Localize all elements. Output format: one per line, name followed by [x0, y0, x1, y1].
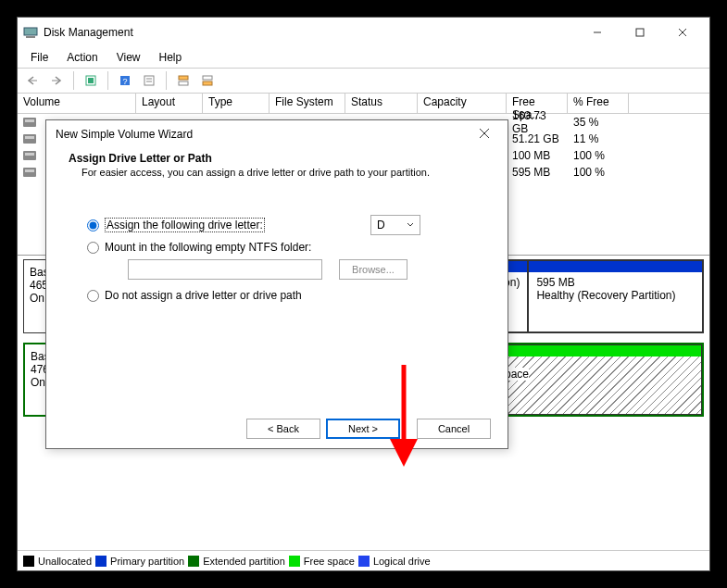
- dialog-footer: < Back Next > Cancel: [46, 409, 508, 448]
- svg-rect-1: [26, 36, 35, 38]
- svg-rect-17: [203, 76, 212, 80]
- dialog-subtext: For easier access, you can assign a driv…: [69, 167, 485, 178]
- cell-free: 100 MB: [507, 149, 568, 162]
- nav-back-icon[interactable]: [21, 70, 44, 91]
- cell-free: 51.21 GB: [507, 132, 568, 145]
- col-capacity[interactable]: Capacity: [418, 94, 507, 113]
- legend-label: Unallocated: [38, 556, 92, 567]
- option-label: Do not assign a drive letter or drive pa…: [105, 289, 302, 302]
- col-filesystem[interactable]: File System: [269, 94, 345, 113]
- refresh-icon[interactable]: [80, 70, 102, 91]
- option-no-assign[interactable]: Do not assign a drive letter or drive pa…: [87, 289, 485, 302]
- col-type[interactable]: Type: [203, 94, 269, 113]
- minimize-button[interactable]: [576, 19, 619, 45]
- cell-free: 163.73 GB: [507, 109, 568, 135]
- legend-label: Logical drive: [373, 556, 431, 567]
- browse-button[interactable]: Browse...: [339, 259, 407, 280]
- swatch-logical: [358, 556, 370, 567]
- menu-view[interactable]: View: [109, 49, 148, 66]
- disk-management-window: Disk Management File Action View Help ? …: [17, 17, 710, 571]
- col-volume[interactable]: Volume: [18, 94, 136, 113]
- volume-icon: [23, 168, 36, 177]
- titlebar: Disk Management: [18, 18, 709, 47]
- chevron-down-icon: [407, 222, 414, 228]
- dialog-heading: Assign Drive Letter or Path: [69, 152, 485, 165]
- radio-no-assign[interactable]: [87, 290, 99, 302]
- swatch-unallocated: [23, 556, 34, 567]
- maximize-button[interactable]: [619, 19, 661, 45]
- svg-rect-15: [179, 76, 188, 80]
- close-button[interactable]: [661, 19, 704, 45]
- menu-action[interactable]: Action: [59, 49, 105, 66]
- cell-pct: 100 %: [568, 166, 629, 179]
- help-icon[interactable]: ?: [114, 70, 136, 91]
- cell-pct: 35 %: [568, 116, 629, 129]
- view-bottom-icon[interactable]: [196, 70, 219, 91]
- swatch-free: [289, 556, 300, 567]
- app-icon: [23, 25, 38, 40]
- nav-forward-icon[interactable]: [45, 70, 68, 91]
- svg-rect-18: [203, 81, 212, 85]
- menu-file[interactable]: File: [23, 49, 56, 66]
- menu-bar: File Action View Help: [18, 47, 709, 68]
- option-label: Mount in the following empty NTFS folder…: [105, 241, 311, 254]
- svg-rect-16: [179, 81, 188, 85]
- volume-icon: [23, 151, 36, 160]
- dialog-close-button[interactable]: [470, 128, 498, 142]
- radio-assign-letter[interactable]: [87, 219, 99, 231]
- volume-table-header: Volume Layout Type File System Status Ca…: [18, 94, 709, 114]
- drive-letter-value: D: [377, 219, 385, 231]
- svg-rect-0: [24, 28, 37, 35]
- col-pct[interactable]: % Free: [568, 94, 629, 113]
- swatch-extended: [188, 556, 199, 567]
- legend-label: Primary partition: [110, 556, 184, 567]
- svg-rect-12: [144, 76, 154, 85]
- cell-pct: 11 %: [568, 132, 629, 145]
- col-status[interactable]: Status: [345, 94, 418, 113]
- back-button[interactable]: < Back: [246, 419, 320, 439]
- folder-path-input[interactable]: [128, 259, 322, 280]
- option-label: Assign the following drive letter:: [105, 218, 265, 232]
- option-assign-letter[interactable]: Assign the following drive letter: D: [87, 215, 485, 235]
- svg-text:?: ?: [122, 77, 127, 86]
- svg-rect-9: [88, 78, 94, 83]
- cell-pct: 100 %: [568, 149, 629, 162]
- menu-help[interactable]: Help: [152, 49, 190, 66]
- volume-icon: [23, 134, 36, 144]
- svg-rect-3: [636, 29, 644, 36]
- dialog-title: New Simple Volume Wizard: [56, 128, 193, 141]
- next-button[interactable]: Next >: [326, 419, 400, 439]
- view-top-icon[interactable]: [172, 70, 194, 91]
- legend-label: Extended partition: [203, 556, 285, 567]
- volume-icon: [23, 118, 36, 127]
- cancel-button[interactable]: Cancel: [417, 419, 491, 439]
- legend-label: Free space: [304, 556, 355, 567]
- toolbar: ?: [18, 68, 709, 94]
- cell-free: 595 MB: [507, 166, 568, 179]
- partition-status: Healthy (Recovery Partition): [536, 289, 695, 302]
- partition-size: 595 MB: [536, 276, 695, 289]
- partition[interactable]: 595 MB Healthy (Recovery Partition): [528, 260, 703, 332]
- dialog-titlebar: New Simple Volume Wizard: [46, 120, 508, 148]
- radio-mount-folder[interactable]: [87, 242, 99, 254]
- properties-icon[interactable]: [138, 70, 160, 91]
- new-volume-wizard-dialog: New Simple Volume Wizard Assign Drive Le…: [45, 119, 508, 449]
- window-title: Disk Management: [44, 26, 576, 39]
- col-layout[interactable]: Layout: [136, 94, 203, 113]
- option-mount-folder[interactable]: Mount in the following empty NTFS folder…: [87, 241, 485, 254]
- swatch-primary: [95, 556, 107, 567]
- drive-letter-select[interactable]: D: [370, 215, 420, 235]
- legend: Unallocated Primary partition Extended p…: [18, 550, 709, 570]
